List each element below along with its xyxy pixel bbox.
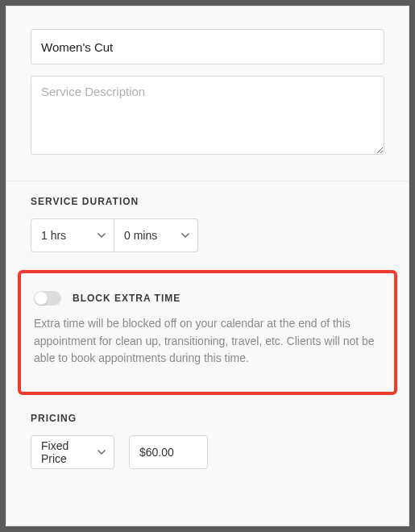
pricing-type-value: Fixed Price <box>41 439 89 465</box>
block-extra-time-help: Extra time will be blocked off on your c… <box>34 315 381 368</box>
basic-info-section <box>6 6 409 181</box>
duration-minutes-value: 0 mins <box>124 229 157 242</box>
chevron-down-icon <box>98 450 106 455</box>
service-settings-panel: SERVICE DURATION 1 hrs 0 mins BLOCK EXTR… <box>6 6 409 526</box>
toggle-knob <box>35 292 48 305</box>
pricing-row: Fixed Price <box>31 435 384 469</box>
service-description-textarea[interactable] <box>31 76 384 155</box>
chevron-down-icon <box>181 233 189 238</box>
price-amount-input[interactable] <box>129 435 208 469</box>
pricing-label: PRICING <box>31 413 384 424</box>
duration-hours-value: 1 hrs <box>41 229 66 242</box>
chevron-down-icon <box>98 233 106 238</box>
duration-select-row: 1 hrs 0 mins <box>31 218 384 252</box>
duration-minutes-select[interactable]: 0 mins <box>114 218 198 252</box>
duration-label: SERVICE DURATION <box>31 196 384 207</box>
duration-hours-select[interactable]: 1 hrs <box>31 218 114 252</box>
block-extra-time-label: BLOCK EXTRA TIME <box>73 293 181 304</box>
service-name-input[interactable] <box>31 29 384 64</box>
block-extra-time-row: BLOCK EXTRA TIME <box>34 291 381 305</box>
block-extra-time-highlight: BLOCK EXTRA TIME Extra time will be bloc… <box>18 270 397 395</box>
pricing-section: PRICING Fixed Price <box>6 401 409 493</box>
duration-section: SERVICE DURATION 1 hrs 0 mins <box>6 181 409 270</box>
pricing-type-select[interactable]: Fixed Price <box>31 435 114 469</box>
block-extra-time-toggle[interactable] <box>34 291 61 305</box>
